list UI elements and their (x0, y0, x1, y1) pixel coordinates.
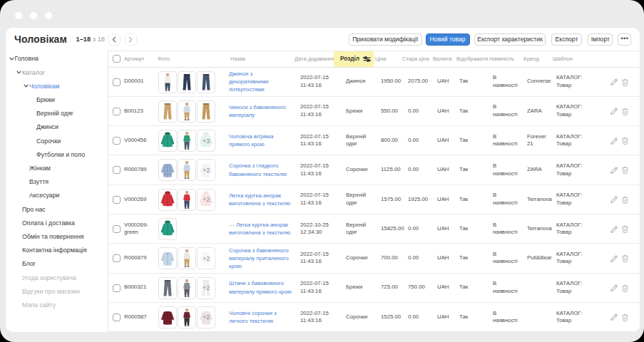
more-actions-button[interactable]: ••• (618, 33, 631, 46)
column-header-avail[interactable]: Наявність (489, 51, 523, 67)
product-photo[interactable] (178, 159, 196, 181)
sidebar-item-0[interactable]: Головна (15, 52, 39, 66)
sidebar-item-1[interactable]: Каталог (22, 66, 45, 79)
product-photo[interactable] (197, 71, 215, 93)
sidebar-item-12[interactable]: Оплата і доставка (22, 216, 75, 229)
product-name-link[interactable]: Сорочка з бавовняного матеріалу притален… (229, 247, 289, 270)
delete-button[interactable] (620, 225, 629, 234)
product-photo[interactable] (158, 306, 177, 328)
column-header-actions[interactable] (605, 51, 640, 67)
sidebar-item-8[interactable]: Жінкам (29, 161, 51, 175)
row-checkbox[interactable] (113, 166, 121, 174)
delete-button[interactable] (620, 195, 629, 204)
more-photos-badge[interactable]: +3 (197, 130, 215, 152)
row-checkbox[interactable] (113, 254, 121, 262)
edit-button[interactable] (610, 78, 618, 86)
product-name-link[interactable]: Сорочка з гладкого бавовняного текстилю (229, 162, 287, 177)
sidebar-item-4[interactable]: Верхній одяг (36, 107, 73, 120)
product-name-link[interactable]: Легка куртка-анорак виготовлена з тексти… (229, 222, 290, 236)
edit-button[interactable] (610, 254, 618, 263)
column-header-check[interactable] (108, 51, 124, 67)
delete-button[interactable] (620, 166, 629, 175)
sidebar-item-10[interactable]: Аксесуари (29, 189, 60, 202)
sidebar-item-3[interactable]: Брюки (36, 93, 55, 106)
edit-button[interactable] (610, 166, 618, 175)
column-header-price[interactable]: Ціна (374, 51, 399, 67)
product-photo[interactable] (178, 100, 196, 123)
delete-button[interactable] (620, 254, 629, 263)
sidebar-item-13[interactable]: Обмін та повернення (22, 229, 84, 243)
product-photo[interactable] (158, 130, 177, 152)
product-photo[interactable] (158, 277, 177, 299)
more-photos-badge[interactable]: +2 (197, 277, 215, 299)
column-header-template[interactable]: Шаблон (553, 51, 605, 67)
product-name-link[interactable]: Чиноси з бавовняного матеріалу (229, 104, 286, 118)
toolbar-button-2[interactable]: Експорт характеристик (474, 33, 546, 46)
delete-button[interactable] (620, 313, 629, 321)
product-photo[interactable] (158, 71, 177, 93)
product-photo[interactable] (178, 247, 196, 269)
delete-button[interactable] (620, 284, 629, 292)
row-checkbox[interactable] (113, 225, 121, 233)
sidebar-item-9[interactable]: Взуття (29, 175, 48, 189)
edit-button[interactable] (610, 137, 618, 145)
product-photo[interactable] (178, 130, 196, 152)
product-name-link[interactable]: Чоловіча вітрівка прямого крою (229, 133, 273, 147)
select-all-checkbox[interactable] (113, 55, 121, 63)
sidebar-item-6[interactable]: Сорочки (36, 134, 61, 147)
product-photo[interactable] (178, 71, 196, 93)
edit-button[interactable] (610, 107, 618, 115)
toolbar-button-1[interactable]: Новий товар (426, 33, 470, 46)
product-name-link[interactable]: Легка куртка-анорак виготовлена з тексти… (229, 192, 290, 207)
edit-button[interactable] (610, 195, 618, 204)
row-checkbox[interactable] (113, 108, 121, 115)
row-checkbox[interactable] (113, 284, 121, 292)
more-photos-badge[interactable]: +2 (197, 189, 215, 211)
product-name-link[interactable]: Джинси з декоративними потертостями (229, 71, 269, 93)
sidebar-item-14[interactable]: Контактна інформація (22, 244, 86, 257)
toolbar-button-4[interactable]: Імпорт (588, 33, 613, 46)
sidebar-item-7[interactable]: Футболки и поло (36, 147, 85, 161)
column-header-artikul[interactable]: Артикул (124, 51, 158, 67)
column-header-name[interactable]: Назва (229, 51, 295, 67)
more-photos-badge[interactable]: +2 (197, 247, 215, 269)
delete-button[interactable] (620, 107, 629, 115)
window-dot-3[interactable] (45, 12, 52, 19)
product-name-link[interactable]: Штани з бавовняного матеріалу прямого кр… (229, 280, 292, 294)
product-photo[interactable] (197, 100, 215, 123)
toolbar-button-0[interactable]: Приховати модифікації (349, 33, 423, 46)
column-header-oldprice[interactable]: Стара ціна (399, 51, 431, 67)
row-checkbox[interactable] (113, 78, 121, 86)
sidebar-item-5[interactable]: Джинси (36, 120, 58, 134)
edit-button[interactable] (610, 284, 618, 292)
product-photo[interactable] (158, 159, 177, 181)
next-page-button[interactable] (125, 33, 138, 46)
edit-button[interactable] (610, 225, 618, 234)
delete-button[interactable] (620, 137, 629, 145)
product-photo[interactable] (178, 189, 196, 211)
window-dot-2[interactable] (30, 12, 37, 19)
sidebar-item-16[interactable]: Угода користувача (22, 271, 76, 284)
column-header-brand[interactable]: Бренд (523, 51, 553, 67)
product-photo[interactable] (178, 277, 196, 299)
more-photos-badge[interactable]: +2 (197, 159, 215, 181)
product-name-link[interactable]: Чоловічі сорочки з легкого текстилю (229, 310, 277, 324)
sidebar-item-18[interactable]: Мапа сайту (22, 298, 56, 311)
sidebar-item-2[interactable]: Чоловікам (29, 79, 59, 93)
sidebar-item-17[interactable]: Відгуки про магазин (22, 284, 80, 298)
delete-button[interactable] (620, 78, 629, 86)
toolbar-button-3[interactable]: Експорт (551, 33, 583, 46)
product-photo[interactable] (178, 306, 196, 328)
sidebar-item-11[interactable]: Про нас (22, 202, 46, 216)
column-header-currency[interactable]: Валюта (431, 51, 456, 67)
column-header-photo[interactable]: Фото (158, 51, 229, 67)
window-dot-1[interactable] (15, 12, 22, 19)
product-photo[interactable] (158, 247, 177, 269)
column-header-date[interactable]: Дата додавання (295, 51, 334, 67)
product-photo[interactable] (158, 189, 177, 211)
more-photos-badge[interactable]: +2 (197, 306, 215, 328)
column-header-razdel[interactable]: Розділ (334, 51, 374, 67)
row-checkbox[interactable] (113, 137, 121, 145)
sidebar-item-15[interactable]: Блог (22, 257, 36, 271)
row-checkbox[interactable] (113, 314, 121, 321)
